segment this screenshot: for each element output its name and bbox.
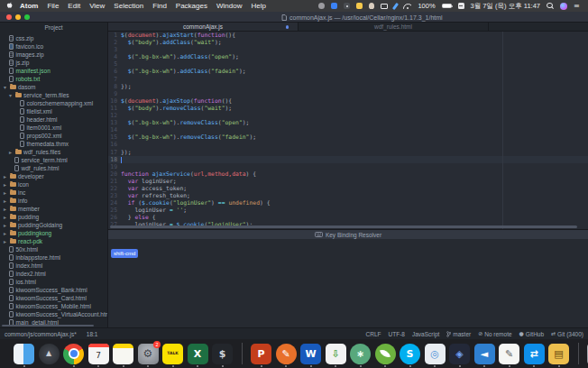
tree-file-index-html[interactable]: index.html bbox=[0, 262, 107, 270]
code-line-18[interactable]: 18 bbox=[108, 156, 588, 163]
line-number[interactable]: 1 bbox=[108, 32, 121, 39]
code-line-24[interactable]: 24 if ($.cookie("loginUser") == undefine… bbox=[108, 199, 588, 207]
git-sync-indicator[interactable]: ⇄ Git (3400) bbox=[551, 331, 583, 337]
line-number[interactable]: 4 bbox=[108, 53, 121, 60]
tree-file-js-zip[interactable]: js.zip bbox=[0, 59, 107, 67]
code-line-8[interactable]: 8}); bbox=[108, 83, 588, 90]
gray-circle-icon[interactable] bbox=[318, 3, 325, 9]
calendar-icon[interactable]: 7 bbox=[88, 344, 109, 364]
tab-wdf-rules-html[interactable]: wdf_rules.html bbox=[299, 23, 489, 31]
tab-commonajax-js[interactable]: commonAjax.js bbox=[108, 23, 299, 31]
powerpoint-icon[interactable]: P bbox=[251, 344, 271, 364]
line-number[interactable]: 16 bbox=[108, 141, 121, 148]
line-number[interactable]: 22 bbox=[108, 185, 121, 192]
tree-file-css-zip[interactable]: css.zip bbox=[0, 34, 107, 42]
code-line-14[interactable]: 14 bbox=[108, 126, 588, 133]
line-number[interactable]: 24 bbox=[108, 199, 121, 207]
line-number[interactable]: 21 bbox=[108, 178, 121, 185]
menu-view[interactable]: View bbox=[89, 2, 105, 10]
yellow-app-icon[interactable] bbox=[356, 3, 363, 9]
menu-file[interactable]: File bbox=[47, 2, 59, 10]
code-line-21[interactable]: 21 var loginUser; bbox=[108, 178, 588, 185]
notes-icon[interactable] bbox=[113, 344, 133, 364]
tree-file-kiwoomsuccess-virtualaccount-html[interactable]: kiwoomSuccess_VirtualAccount.html bbox=[0, 310, 107, 318]
line-number[interactable]: 14 bbox=[108, 126, 121, 133]
tree-horizontal-scrollbar[interactable] bbox=[2, 325, 94, 327]
tree-file-robots-txt[interactable]: robots.txt bbox=[0, 75, 107, 83]
close-button[interactable] bbox=[6, 14, 12, 20]
apple-menu-icon[interactable] bbox=[6, 2, 14, 10]
menu-help[interactable]: Help bbox=[251, 2, 265, 10]
tree-file-ios-html[interactable]: ios.html bbox=[0, 278, 107, 286]
line-number[interactable]: 15 bbox=[108, 133, 121, 141]
line-number[interactable]: 2 bbox=[108, 39, 121, 46]
encoding-indicator[interactable]: UTF-8 bbox=[389, 331, 405, 337]
menu-edit[interactable]: Edit bbox=[68, 2, 80, 10]
line-number[interactable]: 3 bbox=[108, 46, 121, 53]
code-line-9[interactable]: 9 bbox=[108, 90, 588, 97]
blue-pen-icon[interactable] bbox=[392, 2, 399, 9]
line-number[interactable]: 8 bbox=[108, 83, 121, 90]
tree-folder-service-term-files[interactable]: ▾service_term.files bbox=[0, 91, 107, 99]
menu-find[interactable]: Find bbox=[152, 2, 167, 10]
battery-icon[interactable] bbox=[442, 4, 452, 9]
code-editor[interactable]: 1$(document).ajaxStart(function(){2 $("b… bbox=[108, 32, 588, 229]
tree-file-header-html[interactable]: header.html bbox=[0, 115, 107, 124]
orange-pen-app-icon[interactable]: ✎ bbox=[276, 344, 297, 364]
code-line-15[interactable]: 15 $(".bg-bx-wh").removeClass("fadein"); bbox=[108, 133, 588, 141]
line-number[interactable]: 23 bbox=[108, 192, 121, 199]
tree-folder-member[interactable]: ▸member bbox=[0, 205, 107, 213]
window-outline-icon[interactable] bbox=[381, 4, 388, 9]
code-line-12[interactable]: 12 bbox=[108, 112, 588, 119]
code-line-3[interactable]: 3 bbox=[108, 46, 588, 53]
code-line-2[interactable]: 2 $("body").addClass("wait"); bbox=[108, 39, 588, 46]
menu-atom[interactable]: Atom bbox=[20, 2, 38, 10]
tree-file-themedata-thmx[interactable]: themedata.thmx bbox=[0, 140, 107, 148]
excel-icon[interactable]: X bbox=[188, 344, 208, 364]
tree-folder-wdf-rules-files[interactable]: ▸wdf_rules.files bbox=[0, 148, 107, 156]
menu-packages[interactable]: Packages bbox=[176, 2, 207, 10]
tree-folder-inc[interactable]: ▸inc bbox=[0, 189, 107, 197]
preview-icon[interactable]: ◎ bbox=[425, 344, 446, 364]
code-line-11[interactable]: 11 $("body").removeClass("wait"); bbox=[108, 105, 588, 112]
code-line-10[interactable]: 10$(document).ajaxStop(function(){ bbox=[108, 97, 588, 105]
code-line-4[interactable]: 4 $(".bg-bx-wh").addClass("open"); bbox=[108, 53, 588, 60]
spotlight-search-icon[interactable] bbox=[547, 3, 554, 10]
tree-file-kiwoomsuccess-mobile-html[interactable]: kiwoomSuccess_Mobile.html bbox=[0, 302, 107, 310]
line-number[interactable]: 19 bbox=[108, 163, 121, 170]
line-number[interactable]: 7 bbox=[108, 76, 121, 83]
launchpad-icon[interactable]: ▲ bbox=[39, 344, 60, 364]
line-number[interactable]: 25 bbox=[108, 207, 121, 214]
minimize-button[interactable] bbox=[15, 14, 21, 20]
ms-autoupdate-icon[interactable]: ⇩ bbox=[326, 344, 346, 364]
title-bar[interactable]: commonAjax.js — /usr/local/Cellar/nginx/… bbox=[0, 12, 588, 23]
egovframe-icon[interactable]: ◈ bbox=[449, 344, 470, 364]
tree-folder-puddinggoldaing[interactable]: ▸puddingGoldaing bbox=[0, 221, 107, 229]
teamviewer-icon[interactable]: ⇄ bbox=[524, 344, 545, 364]
notification-center-icon[interactable] bbox=[574, 3, 582, 10]
line-number[interactable]: 11 bbox=[108, 105, 121, 112]
key-binding-resolver-header[interactable]: Key Binding Resolver bbox=[108, 230, 588, 239]
tree-file-inblappstore-html[interactable]: inblappstore.html bbox=[0, 253, 107, 262]
grammar-indicator[interactable]: JavaScript bbox=[412, 331, 439, 337]
code-line-19[interactable]: 19 bbox=[108, 163, 588, 170]
code-line-26[interactable]: 26 } else { bbox=[108, 214, 588, 221]
word-icon[interactable]: W bbox=[300, 344, 321, 364]
tree-file-wdf-rules-html[interactable]: wdf_rules.html bbox=[0, 164, 107, 172]
code-line-13[interactable]: 13 $(".bg-bx-wh").removeClass("open"); bbox=[108, 119, 588, 126]
code-line-7[interactable]: 7 bbox=[108, 76, 588, 83]
line-ending-indicator[interactable]: CRLF bbox=[366, 331, 381, 337]
tree-folder-pudding[interactable]: ▸pudding bbox=[0, 213, 107, 221]
tree-file-filelist-xml[interactable]: filelist.xml bbox=[0, 107, 107, 115]
tree-file-images-zip[interactable]: images.zip bbox=[0, 51, 107, 59]
cursor-position[interactable]: 18:1 bbox=[87, 331, 98, 337]
horizontal-scrollbar[interactable] bbox=[110, 225, 577, 228]
tree-folder-info[interactable]: ▸info bbox=[0, 197, 107, 205]
current-file-path[interactable]: common/js/commonAjax.js* bbox=[5, 331, 77, 337]
kakaotalk-icon[interactable]: TALK bbox=[162, 344, 183, 364]
spring-icon[interactable] bbox=[375, 344, 396, 364]
tree-file-colorschememapping-xml[interactable]: colorschememapping.xml bbox=[0, 99, 107, 107]
code-line-1[interactable]: 1$(document).ajaxStart(function(){ bbox=[108, 32, 588, 39]
line-number[interactable]: 6 bbox=[108, 68, 121, 75]
siri-icon[interactable] bbox=[560, 3, 567, 10]
